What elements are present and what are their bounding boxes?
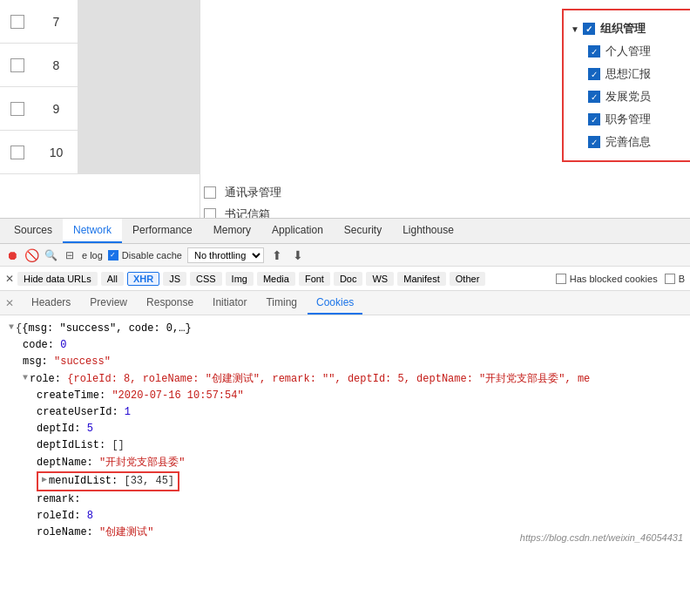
tree-child-item-3[interactable]: 职务管理 (564, 108, 690, 131)
tree-child-item-4[interactable]: 完善信息 (564, 131, 690, 153)
json-deptname-line: deptName: "开封党支部县委" (9, 455, 681, 471)
disable-cache-check-icon (108, 250, 118, 261)
partial-text-row1: 通讯录管理 (204, 185, 281, 200)
sub-panel-close-button[interactable]: ✕ (5, 297, 14, 309)
tree-parent-label: 组织管理 (600, 21, 646, 37)
sub-tab-timing[interactable]: Timing (257, 291, 306, 315)
sub-tab-headers[interactable]: Headers (23, 291, 79, 315)
calendar-row-10: 10 (0, 131, 200, 174)
json-menuidlist-highlighted: ▶ menuIdList: [33, 45] (37, 471, 179, 491)
filter-css[interactable]: CSS (190, 272, 222, 286)
sub-tab-initiator[interactable]: Initiator (204, 291, 255, 315)
calendar-row-8: 8 (0, 44, 200, 87)
filter-doc[interactable]: Doc (334, 272, 363, 286)
filter-manifest[interactable]: Manifest (397, 272, 446, 286)
download-button[interactable]: ⬇ (290, 247, 306, 263)
sub-tabs-bar: ✕ Headers Preview Response Initiator Tim… (0, 291, 690, 315)
filter-media[interactable]: Media (257, 272, 295, 286)
tree-child-label-4: 完善信息 (605, 134, 651, 150)
filter-all[interactable]: All (101, 272, 124, 286)
filter-ws[interactable]: WS (366, 272, 394, 286)
sub-tab-preview[interactable]: Preview (81, 291, 136, 315)
tree-child-item-2[interactable]: 发展党员 (564, 85, 690, 108)
has-blocked-checkbox[interactable] (556, 274, 566, 284)
tree-child-checkbox-3[interactable] (588, 113, 600, 125)
tree-parent-checkbox[interactable] (583, 23, 595, 35)
sub-tab-response[interactable]: Response (138, 291, 202, 315)
filter-hide-data-urls[interactable]: Hide data URLs (17, 272, 98, 286)
tree-child-checkbox-0[interactable] (588, 45, 600, 58)
tree-child-checkbox-4[interactable] (588, 136, 600, 148)
calendar-number-7: 7 (35, 15, 78, 29)
filter-js[interactable]: JS (163, 272, 186, 286)
tree-child-label-2: 发展党员 (605, 89, 651, 105)
network-toolbar: ⏺ 🚫 🔍 ⊟ e log Disable cache No throttlin… (0, 244, 690, 267)
tree-collapse-icon[interactable]: ▼ (571, 24, 579, 34)
tab-security[interactable]: Security (334, 219, 392, 243)
has-blocked-cookies-label[interactable]: Has blocked cookies (556, 274, 658, 284)
tree-child-checkbox-2[interactable] (588, 91, 600, 103)
calendar-checkbox-10[interactable] (10, 146, 24, 159)
tree-child-label-3: 职务管理 (605, 112, 651, 127)
filter-xhr[interactable]: XHR (127, 272, 159, 286)
upload-button[interactable]: ⬆ (269, 247, 285, 263)
json-remark-line: remark: (9, 491, 681, 508)
tree-child-checkbox-1[interactable] (588, 68, 600, 80)
calendar-checkbox-9[interactable] (10, 102, 24, 116)
json-roleid-line: roleId: 8 (9, 508, 681, 525)
tree-parent-item[interactable]: ▼ 组织管理 (564, 17, 690, 40)
json-menuidlist-line[interactable]: ▶ menuIdList: [33, 45] (9, 471, 681, 491)
tree-child-label-0: 个人管理 (605, 44, 651, 59)
tree-child-item-0[interactable]: 个人管理 (564, 40, 690, 63)
json-menuidlist-toggle[interactable]: ▶ (42, 473, 47, 490)
watermark: https://blog.csdn.net/weixin_46054431 (520, 532, 683, 543)
tree-child-label-1: 思想汇报 (605, 66, 651, 82)
tab-lighthouse[interactable]: Lighthouse (392, 219, 464, 243)
json-createtime-line: createTime: "2020-07-16 10:57:54" (9, 388, 681, 404)
filter-x-button[interactable]: ✕ (5, 273, 14, 285)
json-role-toggle[interactable]: ▼ (23, 371, 28, 385)
filter-icon[interactable]: ⊟ (63, 248, 77, 262)
calendar-row-9: 9 (0, 87, 200, 131)
tab-network[interactable]: Network (63, 219, 122, 243)
sub-tab-cookies[interactable]: Cookies (308, 291, 362, 315)
throttle-select[interactable]: No throttling (187, 247, 264, 263)
tree-child-item-1[interactable]: 思想汇报 (564, 63, 690, 85)
filter-img[interactable]: Img (226, 272, 254, 286)
tab-application[interactable]: Application (261, 219, 334, 243)
clear-button[interactable]: 🚫 (24, 248, 38, 262)
filter-bar: ✕ Hide data URLs All XHR JS CSS Img Medi… (0, 267, 690, 291)
calendar-number-8: 8 (35, 58, 78, 72)
json-preview-area: ▼ { {msg: "success", code: 0,…} code: 0 … (0, 315, 690, 546)
filter-font[interactable]: Font (299, 272, 330, 286)
partial-checkbox-1[interactable] (204, 186, 216, 199)
filter-other[interactable]: Other (450, 272, 486, 286)
json-role-line[interactable]: ▼ role: {roleId: 8, roleName: "创建测试", re… (9, 371, 681, 388)
blocked-b-label[interactable]: B (665, 274, 685, 284)
tree-popup: ▼ 组织管理 个人管理 思想汇报 发展党员 职务管理 (562, 9, 690, 162)
calendar-row-7: 7 (0, 0, 200, 44)
calendar-number-10: 10 (35, 146, 78, 159)
tab-performance[interactable]: Performance (122, 219, 203, 243)
json-deptid-line: deptId: 5 (9, 421, 681, 437)
tab-sources[interactable]: Sources (3, 219, 63, 243)
preserve-log-label: e log (82, 250, 103, 261)
calendar-number-9: 9 (35, 102, 78, 116)
json-code-line: code: 0 (9, 337, 681, 354)
disable-cache-label: Disable cache (122, 250, 182, 261)
blocked-b-text: B (679, 274, 685, 284)
record-button[interactable]: ⏺ (5, 248, 19, 262)
json-root-line[interactable]: ▼ { {msg: "success", code: 0,…} (9, 321, 681, 337)
disable-cache-checkbox[interactable]: Disable cache (108, 250, 182, 261)
partial-label-1: 通讯录管理 (225, 185, 281, 200)
tab-memory[interactable]: Memory (203, 219, 261, 243)
calendar-checkbox-8[interactable] (10, 58, 24, 72)
json-deptidlist-line: deptIdList: [] (9, 437, 681, 454)
calendar-checkbox-7[interactable] (10, 15, 24, 29)
blocked-b-checkbox[interactable] (665, 274, 675, 284)
devtools-tabs-bar: Sources Network Performance Memory Appli… (0, 218, 690, 244)
json-createuserid-line: createUserId: 1 (9, 404, 681, 421)
search-icon[interactable]: 🔍 (44, 248, 58, 262)
json-root-toggle[interactable]: ▼ (9, 321, 14, 335)
json-msg-line: msg: "success" (9, 354, 681, 370)
